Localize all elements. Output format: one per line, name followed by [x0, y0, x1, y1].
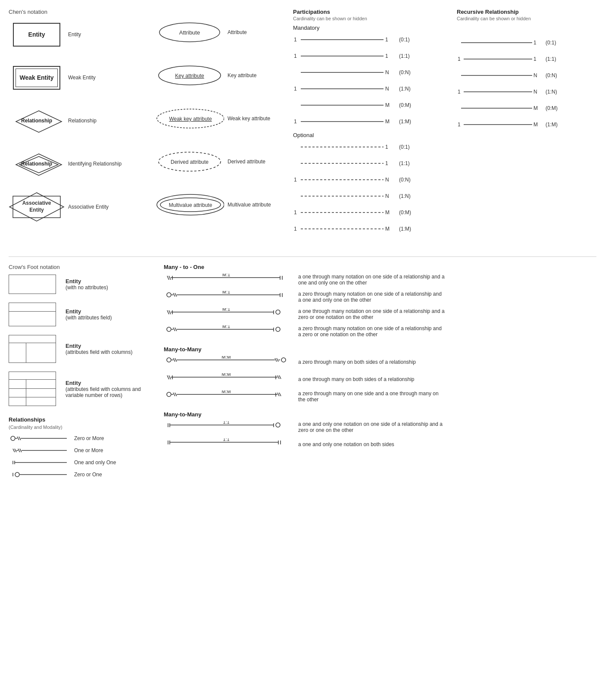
attr-ellipse-shape: Attribute	[155, 21, 224, 44]
multi-attr-row: Multivalue attribute Multivalue attribut…	[155, 190, 293, 220]
svg-line-120	[175, 358, 177, 362]
mtm-svg-3: M:M	[164, 391, 293, 403]
svg-line-66	[17, 437, 19, 440]
chen-weak-entity-row: Weak Entity Weak Entity	[9, 62, 155, 93]
svg-text:1: 1	[533, 56, 536, 62]
svg-text:Entity: Entity	[29, 207, 44, 213]
cf-entity-simple-shape	[9, 275, 60, 294]
attr-label: Attribute	[228, 29, 288, 35]
weak-entity-inner: Weak Entity	[16, 69, 58, 87]
cf-entity-cols-name: Entity	[65, 343, 132, 349]
recursive-subtitle: Cardinality can be shown or hidden	[457, 16, 577, 21]
svg-point-117	[167, 358, 171, 362]
svg-text:N: N	[385, 193, 389, 199]
rel-zero-one-row: Zero or One	[9, 470, 155, 479]
multi-attr-label: Multivalue attribute	[228, 202, 288, 208]
svg-text:N: N	[385, 177, 389, 183]
part-line-1-1: 1 1	[293, 52, 396, 60]
cf-entity-varrows-shape	[9, 372, 60, 406]
assoc-wrap: Associative Entity	[9, 192, 65, 222]
cf-entity-cols-shape	[9, 335, 60, 363]
mtm-row-3: M:M a zero through many on one side and …	[164, 391, 596, 403]
chen-relationship-row: Relationship Relationship	[9, 106, 155, 136]
svg-line-81	[167, 276, 169, 280]
svg-text:M: M	[385, 226, 390, 232]
mtm-svg-2: M:M	[164, 373, 293, 385]
rec-line-1-N: 1 N	[457, 88, 543, 96]
zero-more-label: Zero or More	[74, 435, 104, 441]
svg-line-129	[169, 375, 171, 379]
rec-line-0-1: 1	[457, 38, 543, 47]
svg-text:Derived attribute: Derived attribute	[170, 159, 208, 165]
crows-foot-section: Crow's Foot notation Entity (with no att…	[9, 264, 596, 482]
svg-text:M: M	[533, 105, 538, 111]
cf-entity-varrows-name: Entity	[65, 380, 141, 386]
opt-line-0-1: 1	[293, 143, 396, 151]
svg-text:M:M: M:M	[221, 391, 231, 394]
svg-line-69	[13, 449, 15, 452]
svg-line-149	[279, 393, 281, 396]
cf-entity-cols-label: Entity (attributes field with columns)	[65, 343, 132, 355]
svg-text:1: 1	[294, 37, 297, 43]
oto-svg-2: 1:1	[164, 438, 293, 450]
svg-text:1: 1	[533, 40, 536, 46]
mandatory-label: Mandatory	[293, 25, 457, 31]
part-notation-1-1: (1:1)	[399, 53, 410, 59]
svg-text:M:1: M:1	[222, 325, 230, 329]
rel-one-only-row: One and only One	[9, 458, 155, 467]
svg-text:1: 1	[294, 119, 297, 125]
cf-entity-varrows-left3	[9, 397, 26, 406]
rec-line-0-N: N	[457, 71, 543, 80]
svg-line-124	[275, 358, 277, 362]
cf-entity-cols-header	[9, 335, 56, 343]
weak-key-attr-label: Weak key attribute	[228, 116, 288, 122]
crows-right-column: Many - to - One M:1 a one th	[155, 264, 596, 482]
rec-notation-0-1: (0:1)	[546, 40, 556, 46]
rel-zero-more-row: Zero or More	[9, 434, 155, 443]
rec-row-1-1: 1 1 (1:1)	[457, 53, 577, 65]
mtm-desc-1: a zero through many on both sides of a r…	[298, 359, 416, 365]
svg-line-141	[173, 393, 175, 396]
cf-entity-varrows-row: Entity (attributes field with columns an…	[9, 372, 155, 406]
part-subtitle: Cardinality can be shown or hidden	[293, 16, 457, 21]
opt-line-1-N: N	[293, 192, 396, 200]
part-line-1-N: 1 N	[293, 84, 396, 93]
svg-line-142	[175, 393, 177, 396]
svg-text:M: M	[533, 122, 538, 128]
oto-svg-1: 1:1	[164, 421, 293, 433]
part-row-1-M: 1 M (1:M)	[293, 116, 457, 128]
svg-text:1: 1	[458, 89, 461, 95]
one-more-label: One or More	[74, 447, 103, 453]
svg-line-111	[175, 328, 177, 331]
svg-text:1: 1	[385, 53, 388, 59]
svg-text:Attribute: Attribute	[179, 29, 200, 36]
svg-text:1: 1	[294, 53, 297, 59]
key-attr-label: Key attribute	[228, 72, 288, 78]
svg-text:Key attribute: Key attribute	[175, 73, 204, 79]
svg-text:M: M	[385, 119, 390, 125]
many-to-one-section: Many - to - One M:1 a one th	[164, 264, 596, 338]
mto-row-1: M:1 a one through many notation on one s…	[164, 274, 596, 286]
attributes-column: Attribute Attribute Key attribute Key at…	[155, 9, 293, 239]
svg-text:N: N	[533, 89, 537, 95]
derived-attr-row: Derived attribute Derived attribute	[155, 147, 293, 177]
opt-notation-1-M: (1:M)	[399, 226, 411, 232]
svg-text:1: 1	[385, 160, 388, 166]
weak-key-attr-row: Weak key attribute Weak key attribute	[155, 103, 293, 134]
zero-more-svg	[9, 434, 69, 443]
multi-attr-shape: Multivalue attribute	[155, 192, 224, 218]
part-notation-0-N: (0:N)	[399, 69, 411, 75]
mto-desc-1: a one through many notation on one side …	[298, 274, 445, 286]
cf-entity-attrs-sublabel: (with attributes field)	[65, 315, 112, 321]
entity-label: Entity	[28, 31, 45, 38]
svg-line-92	[173, 293, 175, 297]
mto-svg-2: M:1	[164, 291, 293, 303]
rec-row-0-M: M (0:M)	[457, 102, 577, 114]
svg-text:1: 1	[294, 209, 297, 216]
rec-row-1-N: 1 N (1:N)	[457, 86, 577, 98]
cf-entity-attrs-header	[9, 303, 56, 312]
svg-line-125	[277, 358, 278, 362]
svg-line-100	[169, 310, 171, 314]
mto-desc-4: a zero through many notation on one side…	[298, 325, 445, 338]
identifying-text: Relationship	[21, 161, 52, 167]
